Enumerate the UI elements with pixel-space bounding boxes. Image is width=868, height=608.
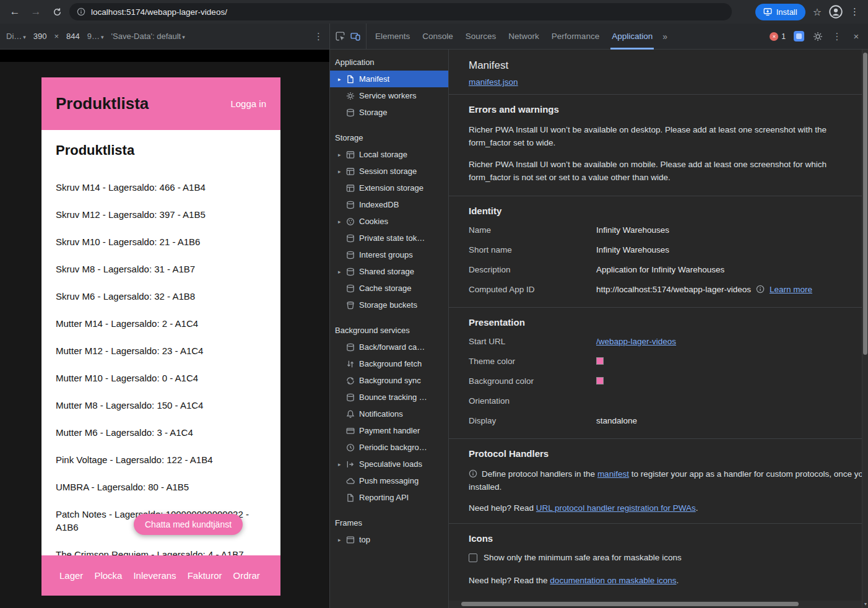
- sidebar-item-back-forward-ca[interactable]: Back/forward ca…: [330, 339, 448, 355]
- reload-icon[interactable]: [48, 3, 66, 20]
- sidebar-item-bounce-tracking[interactable]: Bounce tracking …: [330, 389, 448, 406]
- horizontal-scrollbar-thumb[interactable]: [461, 602, 799, 606]
- zoom-select[interactable]: 9…▾: [87, 32, 104, 41]
- vertical-scrollbar-thumb[interactable]: [863, 53, 867, 355]
- sidebar-item-label: Notifications: [359, 409, 448, 419]
- sidebar-section-storage: Storage▸Local storage▸Session storageExt…: [330, 130, 448, 313]
- sidebar-item-reporting-api[interactable]: Reporting API: [330, 489, 448, 506]
- tab-console[interactable]: Console: [416, 24, 459, 50]
- sidebar-item-cache-storage[interactable]: Cache storage: [330, 280, 448, 297]
- back-icon[interactable]: ←: [6, 3, 24, 20]
- expand-arrow-icon[interactable]: ▸: [338, 219, 346, 225]
- sidebar-item-push-messaging[interactable]: Push messaging: [330, 472, 448, 489]
- install-button[interactable]: Install: [755, 4, 805, 20]
- footer-link-plocka[interactable]: Plocka: [94, 570, 122, 581]
- tab-performance[interactable]: Performance: [545, 24, 605, 50]
- error-count-badge[interactable]: × 1: [770, 32, 786, 41]
- start-url-link[interactable]: /webapp-lager-videos: [596, 337, 676, 346]
- warning-text: Richer PWA Install UI won’t be available…: [469, 159, 848, 185]
- learn-more-link[interactable]: Learn more: [770, 285, 812, 294]
- sidebar-item-private-state-tok[interactable]: Private state tok…: [330, 230, 448, 246]
- expand-arrow-icon[interactable]: ▸: [338, 461, 346, 467]
- footer-link-inleverans[interactable]: Inleverans: [133, 570, 176, 581]
- expand-arrow-icon[interactable]: ▸: [338, 537, 346, 543]
- profile-avatar-icon[interactable]: [829, 5, 843, 19]
- sidebar-item-interest-groups[interactable]: Interest groups: [330, 246, 448, 263]
- bookmark-star-icon[interactable]: ☆: [813, 6, 822, 18]
- sidebar-item-label: IndexedDB: [359, 200, 448, 209]
- rotate-device-icon[interactable]: [193, 32, 202, 41]
- footer-link-lager[interactable]: Lager: [59, 570, 83, 581]
- sidebar-item-storage-buckets[interactable]: Storage buckets: [330, 297, 448, 313]
- app-header-title: Produktlista: [56, 94, 149, 113]
- expand-arrow-icon[interactable]: ▸: [338, 152, 346, 158]
- cloud-icon: [346, 477, 355, 485]
- site-info-icon[interactable]: [77, 7, 85, 16]
- sidebar-item-session-storage[interactable]: ▸Session storage: [330, 163, 448, 180]
- footer-link-fakturor[interactable]: Fakturor: [188, 570, 222, 581]
- maskable-docs-link[interactable]: documentation on maskable icons: [550, 576, 676, 585]
- chat-support-button[interactable]: Chatta med kundtjänst: [134, 514, 243, 535]
- address-bar[interactable]: localhost:5174/webapp-lager-videos/: [69, 3, 732, 20]
- sidebar-item-manifest[interactable]: ▸Manifest: [330, 71, 448, 87]
- sidebar-item-payment-handler[interactable]: Payment handler: [330, 422, 448, 439]
- horizontal-scrollbar[interactable]: [449, 601, 868, 608]
- settings-gear-icon[interactable]: [812, 31, 823, 42]
- sidebar-section-title: Frames: [330, 515, 448, 531]
- sidebar-item-notifications[interactable]: Notifications: [330, 406, 448, 422]
- expand-arrow-icon[interactable]: ▸: [338, 269, 346, 275]
- devtools-menu-icon[interactable]: ⋮: [831, 31, 843, 42]
- error-icon: ×: [770, 32, 778, 41]
- inspect-element-icon[interactable]: [335, 31, 346, 42]
- vertical-scrollbar[interactable]: ▾: [862, 50, 868, 608]
- field-label: Short name: [469, 245, 596, 254]
- tab-network[interactable]: Network: [502, 24, 545, 50]
- scroll-down-arrow-icon[interactable]: ▾: [862, 601, 868, 607]
- footer-link-ordrar[interactable]: Ordrar: [233, 570, 259, 581]
- sidebar-item-background-fetch[interactable]: Background fetch: [330, 355, 448, 372]
- sidebar-item-label: Cache storage: [359, 284, 448, 293]
- sidebar-item-speculative-loads[interactable]: ▸Speculative loads: [330, 456, 448, 472]
- sidebar-item-background-sync[interactable]: Background sync: [330, 372, 448, 389]
- sidebar-item-top[interactable]: ▸top: [330, 531, 448, 548]
- device-height-field[interactable]: 844: [66, 32, 80, 41]
- toggle-device-toolbar-icon[interactable]: [350, 31, 361, 42]
- dimensions-select[interactable]: Di…▾: [6, 32, 26, 41]
- tab-application[interactable]: Application: [605, 24, 659, 50]
- sidebar-item-extension-storage[interactable]: Extension storage: [330, 180, 448, 196]
- table-icon: [346, 167, 355, 176]
- manifest-inline-link[interactable]: manifest: [597, 469, 629, 479]
- device-toolbar-menu-icon[interactable]: ⋮: [314, 31, 323, 42]
- forward-icon[interactable]: →: [27, 3, 45, 20]
- identity-row-short-name: Short name Infinity Warehouses: [469, 245, 848, 254]
- tab-sources[interactable]: Sources: [459, 24, 503, 50]
- info-icon[interactable]: [756, 285, 765, 293]
- browser-menu-icon[interactable]: ⋮: [850, 6, 859, 17]
- devtools-close-icon[interactable]: ×: [851, 31, 862, 42]
- sidebar-item-indexeddb[interactable]: IndexedDB: [330, 196, 448, 213]
- browser-window: ← → localhost:5174/webapp-lager-videos/ …: [0, 0, 868, 608]
- login-link[interactable]: Logga in: [230, 98, 266, 109]
- manifest-json-link[interactable]: manifest.json: [469, 77, 518, 87]
- more-tabs-icon[interactable]: »: [659, 32, 671, 41]
- expand-arrow-icon[interactable]: ▸: [338, 168, 346, 175]
- expand-arrow-icon[interactable]: ▸: [338, 76, 346, 82]
- product-item: Mutter M14 - Lagersaldo: 2 - A1C4: [56, 317, 266, 330]
- browser-toolbar: ← → localhost:5174/webapp-lager-videos/ …: [0, 0, 868, 24]
- protocol-registration-link[interactable]: URL protocol handler registration for PW…: [536, 503, 696, 513]
- tab-elements[interactable]: Elements: [369, 24, 416, 50]
- device-width-field[interactable]: 390: [33, 32, 47, 41]
- sidebar-section-title: Background services: [330, 323, 448, 339]
- maskable-icons-checkbox[interactable]: [469, 554, 477, 562]
- sidebar-item-shared-storage[interactable]: ▸Shared storage: [330, 263, 448, 280]
- sidebar-item-local-storage[interactable]: ▸Local storage: [330, 146, 448, 163]
- sidebar-item-periodic-backgro[interactable]: Periodic backgro…: [330, 439, 448, 456]
- extension-icon[interactable]: [794, 31, 804, 41]
- doc-icon: [346, 493, 355, 502]
- sidebar-item-service-workers[interactable]: Service workers: [330, 87, 448, 104]
- product-item: UMBRA - Lagersaldo: 80 - A1B5: [56, 480, 266, 493]
- app-content: Produktlista Skruv M14 - Lagersaldo: 466…: [41, 130, 280, 555]
- sidebar-item-cookies[interactable]: ▸Cookies: [330, 213, 448, 230]
- throttling-select[interactable]: 'Save-Data': default▾: [111, 32, 185, 41]
- sidebar-item-storage[interactable]: Storage: [330, 104, 448, 121]
